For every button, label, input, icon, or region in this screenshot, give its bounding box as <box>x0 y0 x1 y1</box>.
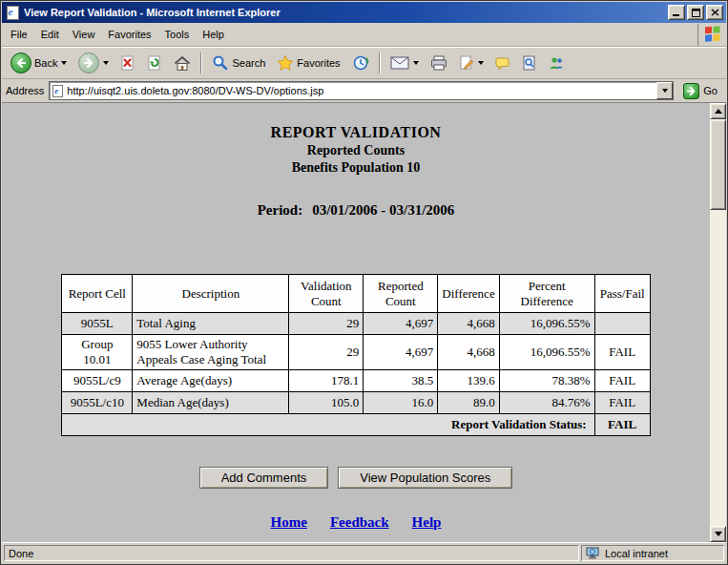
discuss-button[interactable] <box>490 52 515 73</box>
menu-edit[interactable]: Edit <box>34 26 66 43</box>
page-title: REPORT VALIDATION <box>2 124 710 141</box>
help-link[interactable]: Help <box>412 514 442 530</box>
windows-flag-icon <box>697 24 726 46</box>
address-url: http://uisqt2.uis.doleta.gov:8080/DV-WS-… <box>67 85 656 96</box>
pass-fail-value: FAIL <box>594 335 650 370</box>
reported-count-value: 4,697 <box>364 313 438 335</box>
difference-value: 89.0 <box>438 392 499 414</box>
forward-button[interactable] <box>73 50 114 76</box>
home-icon <box>174 55 191 72</box>
address-dropdown-button[interactable] <box>656 82 673 99</box>
search-button[interactable]: Search <box>207 52 270 74</box>
address-label: Address <box>6 85 44 96</box>
scroll-up-button[interactable] <box>710 103 726 119</box>
security-zone-text: Local intranet <box>605 548 668 559</box>
history-button[interactable] <box>347 52 374 74</box>
pass-fail-value <box>594 313 650 335</box>
report-cell-value: 9055L/c10 <box>62 392 133 414</box>
go-label: Go <box>703 85 718 96</box>
validation-status-label: Report Validation Status: <box>62 414 594 436</box>
pass-fail-value: FAIL <box>594 370 650 392</box>
favorites-label: Favorites <box>297 57 340 69</box>
favorites-star-icon <box>277 54 294 72</box>
stop-button[interactable] <box>115 52 140 73</box>
mail-button[interactable] <box>385 53 424 73</box>
window-controls <box>668 5 723 20</box>
menu-tools[interactable]: Tools <box>158 26 197 43</box>
print-icon <box>430 55 447 71</box>
maximize-button[interactable] <box>687 5 704 20</box>
scroll-up-icon <box>715 109 722 114</box>
status-bar: Done Local intranet <box>2 542 726 563</box>
header-report-cell: Report Cell <box>62 275 133 313</box>
table-row: 9055L/c10 Median Age(days) 105.0 16.0 89… <box>62 392 650 414</box>
refresh-button[interactable] <box>142 52 167 73</box>
intranet-zone-icon <box>586 547 601 560</box>
minimize-button[interactable] <box>668 5 685 20</box>
address-bar: Address http://uisqt2.uis.doleta.gov:808… <box>2 79 726 103</box>
back-button[interactable]: Back <box>6 50 72 76</box>
scroll-down-icon <box>715 532 722 536</box>
menu-file[interactable]: File <box>4 26 34 43</box>
table-row: Group 10.01 9055 Lower Authority Appeals… <box>62 335 650 370</box>
menu-bar: File Edit View Favorites Tools Help <box>2 23 726 47</box>
title-bar: View Report Validation - Microsoft Inter… <box>2 2 726 23</box>
print-button[interactable] <box>426 52 452 73</box>
back-label: Back <box>34 57 57 69</box>
percent-difference-value: 16,096.55% <box>499 313 594 335</box>
stop-icon <box>120 55 135 71</box>
scrollbar-thumb[interactable] <box>710 119 726 210</box>
status-text: Done <box>9 548 33 559</box>
percent-difference-value: 84.76% <box>499 392 594 414</box>
go-button[interactable]: Go <box>678 82 722 100</box>
status-message-panel: Done <box>4 545 579 561</box>
header-pass-fail: Pass/Fail <box>594 275 650 313</box>
home-link[interactable]: Home <box>271 514 307 530</box>
favorites-button[interactable]: Favorites <box>272 52 344 74</box>
validation-table: Report Cell Description Validation Count… <box>61 274 650 436</box>
vertical-scrollbar[interactable] <box>710 103 726 542</box>
header-reported-count: Reported Count <box>364 275 438 313</box>
view-population-scores-button[interactable]: View Population Scores <box>338 467 512 489</box>
pass-fail-value: FAIL <box>594 392 650 414</box>
edit-button[interactable] <box>454 52 489 73</box>
back-icon <box>10 52 31 73</box>
scroll-down-button[interactable] <box>710 526 726 542</box>
security-zone-panel: Local intranet <box>581 545 724 561</box>
table-row: 9055L Total Aging 29 4,697 4,668 16,096.… <box>62 313 650 335</box>
back-dropdown-icon[interactable] <box>61 61 67 65</box>
research-button[interactable] <box>517 52 542 73</box>
difference-value: 4,668 <box>438 313 499 335</box>
menu-favorites[interactable]: Favorites <box>101 26 157 43</box>
mail-dropdown-icon[interactable] <box>413 61 419 65</box>
page-subtitle-2: Benefits Population 10 <box>2 160 710 176</box>
ie-page-icon <box>7 6 19 20</box>
description-value: Average Age(days) <box>133 370 289 392</box>
validation-count-value: 178.1 <box>289 370 364 392</box>
browser-window: View Report Validation - Microsoft Inter… <box>0 0 728 565</box>
menu-help[interactable]: Help <box>196 26 231 43</box>
difference-value: 4,668 <box>438 335 499 370</box>
edit-dropdown-icon[interactable] <box>478 61 484 65</box>
report-cell-value: 9055L/c9 <box>62 370 133 392</box>
home-button[interactable] <box>169 52 196 74</box>
messenger-button[interactable] <box>544 52 569 73</box>
research-icon <box>522 55 537 71</box>
close-button[interactable] <box>706 5 723 20</box>
ie-system-icon[interactable] <box>5 5 20 20</box>
edit-icon <box>459 55 474 71</box>
validation-count-value: 105.0 <box>289 392 364 414</box>
forward-dropdown-icon[interactable] <box>103 61 109 65</box>
report-cell-value: 9055L <box>62 313 133 335</box>
minimize-icon <box>673 9 680 16</box>
period-label: Period: <box>258 202 302 218</box>
page-subtitle-1: Reported Counts <box>2 143 710 158</box>
window-title: View Report Validation - Microsoft Inter… <box>24 7 668 18</box>
header-percent-difference: Percent Difference <box>499 275 594 313</box>
messenger-icon <box>549 55 564 71</box>
address-input[interactable]: http://uisqt2.uis.doleta.gov:8080/DV-WS-… <box>49 81 674 100</box>
feedback-link[interactable]: Feedback <box>330 514 389 530</box>
validation-count-value: 29 <box>289 313 364 335</box>
add-comments-button[interactable]: Add Comments <box>199 467 329 489</box>
menu-view[interactable]: View <box>66 26 102 43</box>
